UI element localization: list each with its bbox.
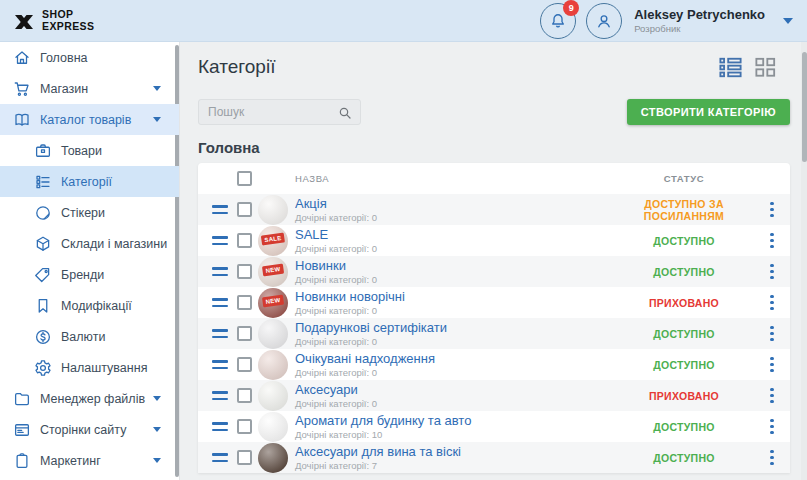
sidebar-item-label: Валюти bbox=[61, 330, 105, 344]
row-checkbox[interactable] bbox=[237, 233, 252, 248]
sidebar-item-9[interactable]: Валюти bbox=[0, 321, 179, 352]
category-children-count: Дочірні категорії: 7 bbox=[295, 460, 614, 471]
category-name-link[interactable]: SALE bbox=[295, 227, 614, 242]
category-thumbnail: NEW bbox=[258, 288, 288, 318]
row-menu-button[interactable] bbox=[766, 415, 778, 439]
row-menu-button[interactable] bbox=[766, 384, 778, 408]
drag-handle-icon[interactable] bbox=[212, 298, 228, 307]
select-all-checkbox[interactable] bbox=[237, 171, 252, 186]
category-name-link[interactable]: Новинки новорічні bbox=[295, 289, 614, 304]
category-children-count: Дочірні категорії: 0 bbox=[295, 212, 614, 223]
list-view-toggle[interactable] bbox=[719, 57, 742, 78]
sidebar-item-11[interactable]: Менеджер файлів bbox=[0, 383, 179, 414]
user-name: Aleksey Petrychenko bbox=[634, 7, 765, 23]
sidebar-item-5[interactable]: Стікери bbox=[0, 197, 179, 228]
row-checkbox[interactable] bbox=[237, 419, 252, 434]
category-children-count: Дочірні категорії: 0 bbox=[295, 398, 614, 409]
drag-handle-icon[interactable] bbox=[212, 422, 228, 431]
notifications-button[interactable]: 9 bbox=[540, 3, 576, 39]
cart-icon bbox=[13, 80, 31, 98]
drag-handle-icon[interactable] bbox=[212, 267, 228, 276]
category-name-link[interactable]: Очікувані надходження bbox=[295, 351, 614, 366]
category-thumbnail: SALE bbox=[258, 226, 288, 256]
category-name-link[interactable]: Аромати для будинку та авто bbox=[295, 413, 614, 428]
category-children-count: Дочірні категорії: 10 bbox=[295, 429, 614, 440]
section-title: Головна bbox=[198, 139, 790, 156]
sidebar-nav: Головна Магазин Каталог товарів Товари К… bbox=[0, 42, 180, 480]
sidebar-item-label: Магазин bbox=[40, 82, 88, 96]
row-checkbox[interactable] bbox=[237, 450, 252, 465]
categories-table: НАЗВА СТАТУС Акція Дочірні категорії: 0 … bbox=[198, 163, 790, 473]
sidebar-item-label: Товари bbox=[61, 144, 102, 158]
row-checkbox[interactable] bbox=[237, 295, 252, 310]
dollar-icon bbox=[34, 328, 52, 346]
category-name-link[interactable]: Акція bbox=[295, 196, 614, 211]
row-menu-button[interactable] bbox=[766, 198, 778, 222]
logo-line1: SHOP bbox=[42, 9, 94, 21]
category-thumbnail bbox=[258, 195, 288, 225]
row-menu-button[interactable] bbox=[766, 322, 778, 346]
sidebar-item-3[interactable]: Товари bbox=[0, 135, 179, 166]
sidebar-item-label: Головна bbox=[40, 51, 88, 65]
app-logo: SHOP EXPRESS bbox=[12, 9, 94, 32]
sidebar-item-2[interactable]: Каталог товарів bbox=[0, 104, 179, 135]
table-row: Аксесуари Дочірні категорії: 0 ПРИХОВАНО bbox=[198, 380, 790, 411]
row-checkbox[interactable] bbox=[237, 264, 252, 279]
sidebar-item-13[interactable]: Маркетинг bbox=[0, 445, 179, 476]
row-menu-button[interactable] bbox=[766, 260, 778, 284]
sidebar-item-0[interactable]: Головна bbox=[0, 42, 179, 73]
row-checkbox[interactable] bbox=[237, 326, 252, 341]
status-badge: ДОСТУПНО bbox=[614, 452, 754, 464]
sidebar-item-12[interactable]: Сторінки сайту bbox=[0, 414, 179, 445]
row-menu-button[interactable] bbox=[766, 291, 778, 315]
drag-handle-icon[interactable] bbox=[212, 453, 228, 462]
row-menu-button[interactable] bbox=[766, 446, 778, 470]
category-thumbnail bbox=[258, 443, 288, 473]
row-checkbox[interactable] bbox=[237, 357, 252, 372]
category-thumbnail bbox=[258, 381, 288, 411]
sidebar-item-1[interactable]: Магазин bbox=[0, 73, 179, 104]
book-icon bbox=[13, 111, 31, 129]
search-input[interactable] bbox=[208, 105, 338, 119]
sidebar-item-label: Налаштування bbox=[61, 361, 147, 375]
sidebar-item-label: Модифікації bbox=[61, 299, 132, 313]
category-name-link[interactable]: Новинки bbox=[295, 258, 614, 273]
grid-view-toggle[interactable] bbox=[755, 57, 776, 78]
category-name-link[interactable]: Аксесуари bbox=[295, 382, 614, 397]
drag-handle-icon[interactable] bbox=[212, 236, 228, 245]
sidebar-item-label: Склади і магазини bbox=[61, 237, 167, 251]
clipboard-icon bbox=[13, 452, 31, 470]
folder-icon bbox=[13, 390, 31, 408]
sidebar-item-8[interactable]: Модифікації bbox=[0, 290, 179, 321]
category-children-count: Дочірні категорії: 0 bbox=[295, 367, 614, 378]
sidebar-item-label: Маркетинг bbox=[40, 454, 101, 468]
row-checkbox[interactable] bbox=[237, 388, 252, 403]
notifications-count-badge: 9 bbox=[563, 0, 579, 16]
row-menu-button[interactable] bbox=[766, 229, 778, 253]
drag-handle-icon[interactable] bbox=[212, 329, 228, 338]
logo-x-icon bbox=[12, 10, 36, 32]
drag-handle-icon[interactable] bbox=[212, 391, 228, 400]
sidebar-item-7[interactable]: Бренди bbox=[0, 259, 179, 290]
tag-icon bbox=[34, 266, 52, 284]
sidebar-item-4[interactable]: Категорії bbox=[0, 166, 179, 197]
category-name-link[interactable]: Аксесуари для вина та віскі bbox=[295, 444, 614, 459]
drag-handle-icon[interactable] bbox=[212, 205, 228, 214]
list-view-icon bbox=[719, 57, 742, 78]
user-menu-chevron-down-icon[interactable] bbox=[783, 18, 793, 24]
box-icon bbox=[34, 142, 52, 160]
category-thumbnail bbox=[258, 412, 288, 442]
sidebar-item-10[interactable]: Налаштування bbox=[0, 352, 179, 383]
user-avatar[interactable] bbox=[586, 3, 622, 39]
row-menu-button[interactable] bbox=[766, 353, 778, 377]
status-badge: ДОСТУПНО bbox=[614, 266, 754, 278]
row-checkbox[interactable] bbox=[237, 202, 252, 217]
category-children-count: Дочірні категорії: 0 bbox=[295, 274, 614, 285]
category-name-link[interactable]: Подарункові сертифікати bbox=[295, 320, 614, 335]
sidebar-item-label: Стікери bbox=[61, 206, 105, 220]
create-category-button[interactable]: СТВОРИТИ КАТЕГОРІЮ bbox=[627, 99, 790, 125]
page-scrollbar-thumb[interactable] bbox=[802, 52, 807, 162]
sidebar-item-6[interactable]: Склади і магазини bbox=[0, 228, 179, 259]
drag-handle-icon[interactable] bbox=[212, 360, 228, 369]
top-bar: SHOP EXPRESS 9 Aleksey Petrychenko Розро… bbox=[0, 0, 807, 42]
